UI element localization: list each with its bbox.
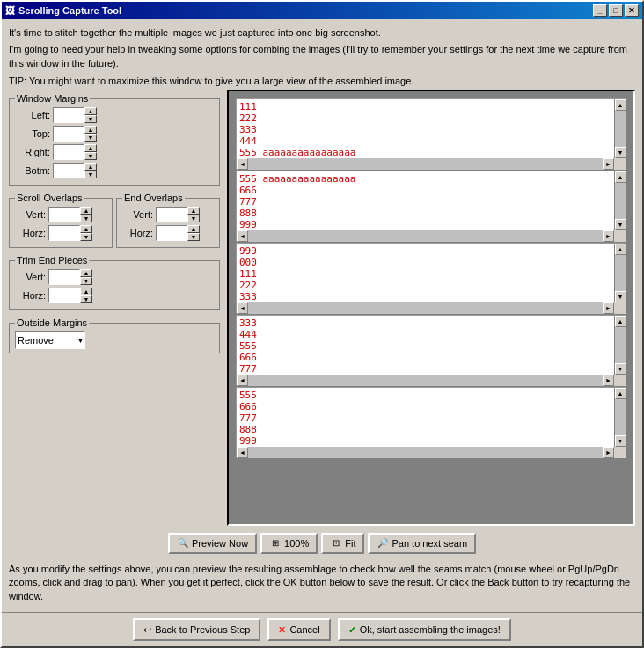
seg4-scrollbar-h[interactable]: ◄ ► xyxy=(237,375,626,386)
seg1-scroll-left[interactable]: ◄ xyxy=(237,158,248,170)
seg1-scroll-track[interactable] xyxy=(615,111,626,147)
zoom-button[interactable]: ⊞ 100% xyxy=(260,533,318,554)
title-bar-text: 🖼 Scrolling Capture Tool xyxy=(5,5,121,16)
seg5-scroll-down[interactable]: ▼ xyxy=(615,435,626,447)
trim-horz-input[interactable]: 0 xyxy=(48,288,80,303)
maximize-button[interactable]: □ xyxy=(609,4,623,17)
right-input[interactable]: 0 xyxy=(53,144,84,160)
end-horz-down[interactable]: ▼ xyxy=(187,233,200,241)
right-spin: 0 ▲ ▼ xyxy=(53,144,97,160)
end-vert-down[interactable]: ▼ xyxy=(187,215,200,222)
end-vert-row: Vert: 0 ▲ ▼ xyxy=(122,207,214,222)
end-horz-up[interactable]: ▲ xyxy=(187,225,200,233)
seg2-corner xyxy=(614,230,626,242)
botm-input[interactable]: 0 xyxy=(53,163,84,178)
seg2-scroll-track[interactable] xyxy=(615,183,626,219)
botm-field-row: Botm: 0 ▲ ▼ xyxy=(15,163,214,178)
seg2-scrollbar-v[interactable]: ▲ ▼ xyxy=(614,171,626,230)
seg4-scroll-track[interactable] xyxy=(615,327,626,363)
ok-button[interactable]: ✔ Ok, start assembling the images! xyxy=(338,618,511,641)
seg1-scroll-down[interactable]: ▼ xyxy=(615,147,626,158)
seg5-text: 555 666 777 888 999 xyxy=(237,388,614,447)
trim-horz-spin: 0 ▲ ▼ xyxy=(48,288,92,303)
preview-area[interactable]: 111 222 333 444 555 aaaaaaaaaaaaaaaa ▲ ▼ xyxy=(227,90,635,526)
seg5-scrollbar-h[interactable]: ◄ ► xyxy=(237,447,626,458)
cancel-button[interactable]: ✕ Cancel xyxy=(267,618,330,641)
seg5-scroll-h-track[interactable] xyxy=(248,447,603,458)
fit-button[interactable]: ⊡ Fit xyxy=(321,533,364,554)
seg2-scroll-h-track[interactable] xyxy=(248,230,603,242)
scroll-horz-up[interactable]: ▲ xyxy=(80,225,92,233)
scroll-vert-up[interactable]: ▲ xyxy=(80,207,92,215)
preview-segment-5: 555 666 777 888 999 ▲ ▼ ◄ xyxy=(236,387,626,457)
close-button[interactable]: ✕ xyxy=(625,4,639,17)
seg3-scroll-h-track[interactable] xyxy=(248,302,603,314)
trim-vert-up[interactable]: ▲ xyxy=(80,269,92,277)
seg3-scroll-down[interactable]: ▼ xyxy=(615,291,626,302)
seg2-scroll-left[interactable]: ◄ xyxy=(237,230,248,242)
seg4-scroll-up[interactable]: ▲ xyxy=(615,316,626,327)
trim-vert-down[interactable]: ▼ xyxy=(80,277,92,285)
right-spin-up[interactable]: ▲ xyxy=(84,144,97,152)
seg3-corner xyxy=(614,302,626,314)
end-vert-up[interactable]: ▲ xyxy=(187,207,200,215)
scroll-vert-down[interactable]: ▼ xyxy=(80,215,92,222)
seg1-scrollbar-v[interactable]: ▲ ▼ xyxy=(614,99,626,158)
preview-now-label: Preview Now xyxy=(192,538,248,549)
seg4-scroll-left[interactable]: ◄ xyxy=(237,375,248,386)
outside-margins-select[interactable]: Remove Keep Expand xyxy=(15,331,85,349)
trim-end-pieces-label: Trim End Pieces xyxy=(15,255,89,266)
seg3-scroll-track[interactable] xyxy=(615,255,626,291)
end-vert-input[interactable]: 0 xyxy=(156,207,187,222)
back-button[interactable]: ↩ Back to Previous Step xyxy=(133,618,260,641)
seg5-scroll-right[interactable]: ► xyxy=(603,447,614,458)
preview-now-button[interactable]: 🔍 Preview Now xyxy=(168,533,257,554)
botm-spin-down[interactable]: ▼ xyxy=(84,171,97,178)
left-spin-up[interactable]: ▲ xyxy=(84,107,97,115)
trim-vert-spin: 0 ▲ ▼ xyxy=(48,269,92,285)
top-spin-buttons: ▲ ▼ xyxy=(84,126,97,142)
seg4-scroll-down[interactable]: ▼ xyxy=(615,363,626,375)
seg5-scroll-up[interactable]: ▲ xyxy=(615,388,626,399)
seg2-scroll-right[interactable]: ► xyxy=(603,230,614,242)
end-horz-label: Horz: xyxy=(122,228,153,238)
seg4-scroll-h-track[interactable] xyxy=(248,375,603,386)
scroll-vert-input[interactable]: 0 xyxy=(48,207,80,222)
top-spin-up[interactable]: ▲ xyxy=(84,126,97,134)
botm-spin-up[interactable]: ▲ xyxy=(84,163,97,171)
seg2-scroll-up[interactable]: ▲ xyxy=(615,171,626,183)
right-spin-down[interactable]: ▼ xyxy=(84,152,97,160)
end-vert-spin: 0 ▲ ▼ xyxy=(156,207,200,222)
top-label: Top: xyxy=(15,128,50,139)
left-input[interactable]: 0 xyxy=(53,107,84,123)
seg1-scroll-h-track[interactable] xyxy=(248,158,603,170)
seg3-scroll-left[interactable]: ◄ xyxy=(237,302,248,314)
trim-horz-up[interactable]: ▲ xyxy=(80,288,92,295)
seg3-scrollbar-v[interactable]: ▲ ▼ xyxy=(614,244,626,302)
trim-vert-input[interactable]: 0 xyxy=(48,269,80,285)
end-horz-input[interactable]: 0 xyxy=(156,225,187,241)
seg5-scrollbar-v[interactable]: ▲ ▼ xyxy=(614,388,626,447)
top-spin-down[interactable]: ▼ xyxy=(84,134,97,142)
top-input[interactable]: 0 xyxy=(53,126,84,142)
seg3-text: 999 000 111 222 333 xyxy=(237,244,614,302)
seg1-scroll-up[interactable]: ▲ xyxy=(615,99,626,111)
left-spin-down[interactable]: ▼ xyxy=(84,115,97,123)
seg1-scrollbar-h[interactable]: ◄ ► xyxy=(237,158,626,170)
seg5-scroll-left[interactable]: ◄ xyxy=(237,447,248,458)
seg3-scrollbar-h[interactable]: ◄ ► xyxy=(237,302,626,314)
seg2-scroll-down[interactable]: ▼ xyxy=(615,219,626,230)
seg5-scroll-track[interactable] xyxy=(615,399,626,435)
seg1-scroll-right[interactable]: ► xyxy=(603,158,614,170)
trim-horz-down[interactable]: ▼ xyxy=(80,295,92,303)
pan-next-seam-button[interactable]: 🔎 Pan to next seam xyxy=(368,533,476,554)
scroll-horz-down[interactable]: ▼ xyxy=(80,233,92,241)
seg4-scrollbar-v[interactable]: ▲ ▼ xyxy=(614,316,626,375)
seg4-scroll-right[interactable]: ► xyxy=(603,375,614,386)
seg3-scroll-right[interactable]: ► xyxy=(603,302,614,314)
seg2-scrollbar-h[interactable]: ◄ ► xyxy=(237,230,626,242)
minimize-button[interactable]: _ xyxy=(593,4,607,17)
outside-margins-group: Outside Margins Remove Keep Expand xyxy=(9,317,220,353)
scroll-horz-input[interactable]: 0 xyxy=(48,225,80,241)
seg3-scroll-up[interactable]: ▲ xyxy=(615,244,626,255)
